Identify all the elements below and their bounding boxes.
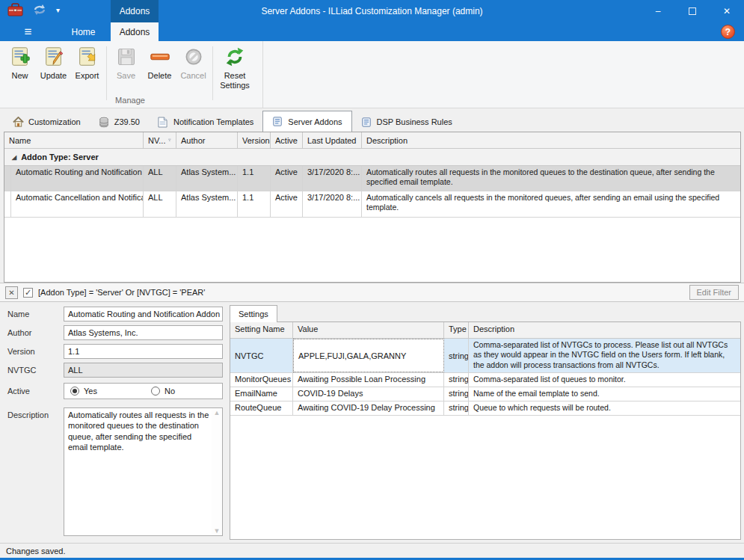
hamburger-menu-icon[interactable]: ≡ [0, 22, 56, 41]
tab-z3950[interactable]: Z39.50 [90, 112, 149, 132]
tab-server-addons-label: Server Addons [288, 117, 342, 126]
cell-setting-value[interactable]: Awaiting COVID-19 Delay Processing [293, 401, 444, 415]
new-button[interactable]: New [3, 45, 37, 81]
filter-enabled-checkbox[interactable]: ✓ [23, 288, 33, 298]
cancel-button-label: Cancel [180, 71, 206, 81]
settings-panel: Setting Name Value Type Description NVTG… [230, 321, 741, 540]
cell-name: Automatic Cancellation and Notifica... [11, 191, 144, 217]
tab-notification-templates-label: Notification Templates [173, 117, 253, 126]
delete-button[interactable]: Delete [143, 45, 176, 81]
ribbon-group-caption: Manage [0, 96, 260, 105]
grid-row-routing[interactable]: Automatic Routing and Notification ... A… [4, 166, 740, 191]
author-field[interactable]: Atlas Systems, Inc. [64, 325, 223, 340]
group-expanded-icon[interactable]: ◢ [12, 154, 16, 161]
name-field[interactable]: Automatic Routing and Notification Addon [64, 307, 223, 321]
delete-button-label: Delete [148, 71, 172, 81]
settings-header: Setting Name Value Type Description [230, 322, 740, 339]
active-yes-option[interactable]: Yes [70, 387, 97, 396]
ribbon-tab-row: ≡ Home Addons [0, 22, 744, 41]
tab-server-addons[interactable]: Server Addons [262, 111, 351, 132]
cell-author: Atlas System... [176, 166, 238, 191]
close-button[interactable]: ✕ [710, 0, 744, 22]
column-header-last-updated[interactable]: Last Updated [303, 132, 362, 148]
titlebar: ▾ Server Addons - ILLiad Customization M… [0, 0, 744, 22]
export-button[interactable]: Export [70, 45, 104, 81]
setting-row-monitorqueues[interactable]: MonitorQueues Awaiting Possible Loan Pro… [230, 373, 740, 387]
toolbox-icon[interactable] [7, 3, 23, 16]
cell-description: Automatically routes all requests in the… [362, 166, 740, 191]
ribbon-tab-home[interactable]: Home [56, 22, 111, 41]
ribbon-group-manage: New Update Export [0, 41, 263, 108]
help-button[interactable]: ? [721, 25, 735, 39]
cell-active: Active [271, 166, 303, 191]
setting-row-nvtgc[interactable]: NVTGC APPLE,FUJI,GALA,GRANNY string Comm… [230, 339, 740, 373]
cell-last-updated: 3/17/2020 8:... [303, 191, 362, 217]
column-header-author[interactable]: Author [176, 132, 238, 148]
filter-funnel-icon[interactable] [168, 137, 171, 144]
name-label: Name [7, 310, 29, 319]
setting-row-routequeue[interactable]: RouteQueue Awaiting COVID-19 Delay Proce… [230, 401, 740, 416]
scroll-down-icon[interactable]: ▼ [214, 527, 221, 535]
maximize-icon [689, 7, 696, 15]
refresh-icon[interactable] [32, 3, 47, 16]
tab-dsp-business-rules[interactable]: DSP Business Rules [352, 112, 461, 132]
cell-active: Active [271, 191, 303, 217]
tab-settings[interactable]: Settings [230, 305, 277, 322]
maximize-button[interactable] [675, 0, 710, 22]
setting-row-emailname[interactable]: EmailName COVID-19 Delays string Name of… [230, 387, 740, 401]
column-header-version[interactable]: Version [238, 132, 271, 148]
save-button[interactable]: Save [109, 45, 143, 81]
reset-settings-button[interactable]: Reset Settings [215, 45, 254, 90]
cancel-button[interactable]: Cancel [176, 45, 210, 81]
save-icon [115, 46, 138, 68]
save-button-label: Save [117, 71, 135, 81]
column-header-type[interactable]: Type [444, 322, 469, 338]
update-button[interactable]: Update [37, 45, 70, 81]
cell-description: Automatically cancels all requests in th… [362, 191, 740, 217]
update-addon-icon [43, 46, 65, 68]
ribbon-tab-addons[interactable]: Addons [111, 22, 159, 41]
column-header-value[interactable]: Value [293, 322, 444, 338]
cell-setting-type: string [444, 339, 469, 372]
cell-setting-value[interactable]: COVID-19 Delays [293, 387, 444, 401]
ribbon: New Update Export [0, 41, 744, 108]
active-label: Active [7, 387, 30, 396]
active-radio-group: Yes No [64, 383, 223, 399]
scroll-up-icon[interactable]: ▲ [214, 409, 221, 416]
column-header-nvtgc[interactable]: NV... [144, 132, 176, 148]
nvtgc-label: NVTGC [7, 366, 37, 375]
column-header-name[interactable]: Name [4, 132, 144, 148]
database-icon [99, 117, 110, 128]
edit-filter-button[interactable]: Edit Filter [689, 285, 739, 300]
cell-setting-value[interactable]: APPLE,FUJI,GALA,GRANNY [293, 339, 444, 372]
qat-dropdown-icon[interactable]: ▾ [56, 6, 60, 14]
description-field[interactable]: Automatically routes all requests in the… [64, 407, 223, 536]
cell-setting-name: EmailName [230, 387, 293, 401]
row-indent [4, 191, 11, 217]
column-header-setting-name[interactable]: Setting Name [230, 322, 293, 338]
tab-notification-templates[interactable]: Notification Templates [149, 112, 262, 132]
active-no-option[interactable]: No [151, 387, 175, 396]
tab-dsp-business-rules-label: DSP Business Rules [377, 117, 452, 126]
cell-setting-value[interactable]: Awaiting Possible Loan Processing [293, 373, 444, 387]
author-label: Author [7, 328, 31, 337]
column-header-description[interactable]: Description [469, 322, 740, 338]
filter-expression[interactable]: [Addon Type] = 'Server' Or [NVTGC] = 'PE… [38, 288, 205, 297]
cell-nvtgc: ALL [144, 166, 176, 191]
grid-row-cancellation[interactable]: Automatic Cancellation and Notifica... A… [4, 191, 740, 218]
minimize-button[interactable]: – [641, 0, 675, 22]
view-tab-strip: Customization Z39.50 Notification Templa… [0, 110, 744, 132]
addons-grid: Name NV... Author Version Active Last Up… [4, 132, 741, 283]
description-text: Automatically routes all requests in the… [64, 408, 211, 535]
tab-customization[interactable]: Customization [4, 112, 90, 132]
column-header-description[interactable]: Description [362, 132, 740, 148]
grid-header: Name NV... Author Version Active Last Up… [4, 132, 740, 149]
column-header-active[interactable]: Active [271, 132, 303, 148]
filter-bar: ✕ ✓ [Addon Type] = 'Server' Or [NVTGC] =… [0, 283, 744, 302]
cell-version: 1.1 [238, 166, 271, 191]
group-row-server[interactable]: ◢ Addon Type: Server [4, 149, 740, 166]
clear-filter-button[interactable]: ✕ [5, 286, 18, 299]
version-field[interactable]: 1.1 [64, 344, 223, 359]
status-bar: Changes saved. [0, 543, 744, 558]
description-scrollbar[interactable]: ▲ ▼ [212, 408, 222, 535]
